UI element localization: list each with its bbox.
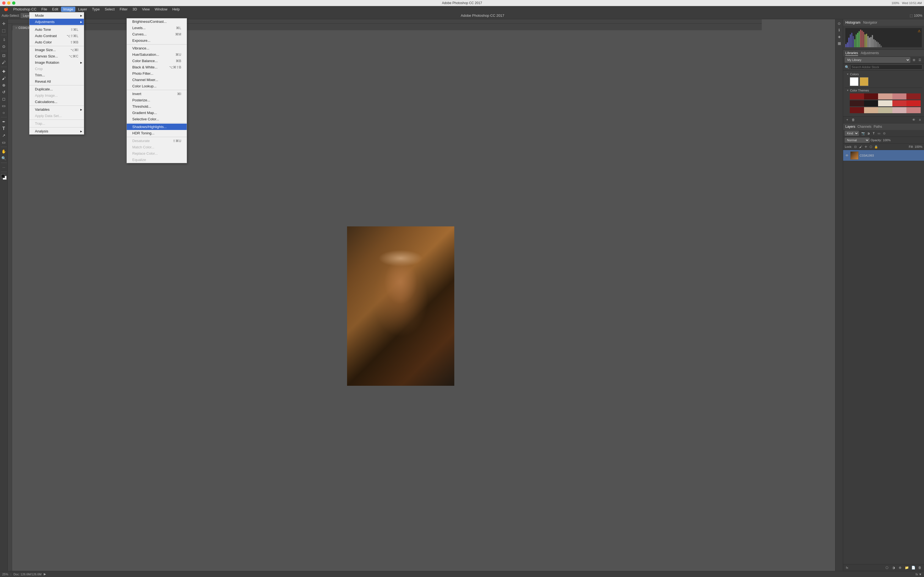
brightness-contrast-label: Brightness/Contrast... — [132, 19, 166, 24]
menu-canvas-size[interactable]: Canvas Size... ⌥⌘C — [29, 53, 84, 60]
menu-file[interactable]: File — [39, 6, 50, 12]
adj-hdr-toning[interactable]: HDR Toning... — [127, 130, 187, 136]
adj-color-balance[interactable]: Color Balance... ⌘B — [127, 58, 187, 64]
tab-close-icon[interactable]: ✕ — [15, 26, 17, 29]
adj-brightness-contrast[interactable]: Brightness/Contrast... — [127, 18, 187, 25]
eraser-tool[interactable]: ◻ — [0, 96, 7, 102]
menu-image[interactable]: Image — [61, 6, 75, 12]
menu-auto-contrast[interactable]: Auto Contrast ⌥⇧⌘L — [29, 33, 84, 39]
zoom-tool[interactable]: 🔍 — [0, 155, 7, 161]
menu-image-rotation[interactable]: Image Rotation — [29, 60, 84, 66]
mode-label: Mode — [35, 13, 44, 18]
menu-auto-tone[interactable]: Auto Tone ⇧⌘L — [29, 26, 84, 33]
tool-separator-2 — [1, 51, 7, 51]
image-sep-1 — [29, 26, 84, 26]
adj-shadows-highlights[interactable]: Shadows/Highlights... — [127, 124, 187, 130]
crop-tool[interactable]: ⊡ — [0, 52, 7, 59]
dodge-tool[interactable]: ○ — [0, 110, 7, 116]
menu-trap: Trap... — [29, 120, 84, 127]
adj-vibrance[interactable]: Vibrance... — [127, 45, 187, 52]
menu-crop[interactable]: Crop — [29, 66, 84, 72]
menu-reveal-all[interactable]: Reveal All — [29, 78, 84, 85]
color-balance-label: Color Balance... — [132, 59, 158, 63]
selection-tool[interactable]: ⬚ — [0, 27, 7, 34]
duplicate-label: Duplicate... — [35, 87, 53, 91]
healing-tool[interactable]: ✚ — [0, 68, 7, 75]
menu-image-size[interactable]: Image Size... ⌥⌘I — [29, 47, 84, 53]
color-swatch-container — [1, 174, 6, 180]
menu-duplicate[interactable]: Duplicate... — [29, 86, 84, 92]
adj-curves[interactable]: Curves... ⌘M — [127, 31, 187, 37]
apple-menu[interactable]: 🍎 — [2, 6, 10, 12]
adj-channel-mixer[interactable]: Channel Mixer... — [127, 77, 187, 83]
adj-hue-saturation[interactable]: Hue/Saturation... ⌘U — [127, 52, 187, 58]
threshold-label: Threshold... — [132, 105, 151, 108]
variables-label: Variables — [35, 108, 50, 111]
image-sep-4 — [29, 105, 84, 106]
type-tool[interactable]: T — [0, 125, 7, 132]
adj-invert[interactable]: Invert ⌘I — [127, 91, 187, 97]
app-menu[interactable]: Photoshop CC — [11, 6, 39, 12]
image-size-shortcut: ⌥⌘I — [70, 48, 78, 52]
eyedropper-tool[interactable]: 🖋 — [0, 59, 7, 66]
adj-color-lookup[interactable]: Color Lookup... — [127, 83, 187, 89]
menu-help[interactable]: Help — [170, 6, 182, 12]
adj-gradient-map[interactable]: Gradient Map... — [127, 110, 187, 116]
menu-adjustments[interactable]: Adjustments — [29, 19, 84, 25]
history-brush[interactable]: ↺ — [0, 89, 7, 95]
photo-filter-label: Photo Filter... — [132, 71, 153, 76]
desaturate-label: Desaturate — [132, 139, 150, 143]
menu-filter[interactable]: Filter — [118, 6, 130, 12]
adj-black-white[interactable]: Black & White... ⌥⌘⇧B — [127, 64, 187, 70]
app-center-label: Adobe Photoshop CC 2017 — [57, 13, 462, 18]
close-button[interactable] — [2, 2, 5, 5]
menu-trim[interactable]: Trim... — [29, 72, 84, 78]
extra-tools[interactable]: ⋯ — [0, 164, 7, 171]
clone-tool[interactable]: ⊕ — [0, 82, 7, 89]
tool-separator-3 — [1, 67, 7, 67]
adj-levels[interactable]: Levels... ⌘L — [127, 25, 187, 31]
quick-select-tool[interactable]: ⊙ — [0, 43, 7, 50]
adj-posterize[interactable]: Posterize... — [127, 97, 187, 103]
brush-tool[interactable]: 🖌 — [0, 75, 7, 82]
color-balance-shortcut: ⌘B — [176, 59, 181, 63]
adj-desaturate: Desaturate ⇧⌘U — [127, 138, 187, 144]
menu-auto-color[interactable]: Auto Color ⇧⌘B — [29, 39, 84, 45]
menu-window[interactable]: Window — [152, 6, 170, 12]
adj-threshold[interactable]: Threshold... — [127, 103, 187, 110]
path-tool[interactable]: ↗ — [0, 132, 7, 139]
adj-photo-filter[interactable]: Photo Filter... — [127, 70, 187, 77]
menu-variables[interactable]: Variables — [29, 106, 84, 113]
canvas-size-label: Canvas Size... — [35, 54, 58, 58]
minimize-button[interactable] — [7, 2, 10, 5]
invert-shortcut: ⌘I — [177, 92, 181, 96]
image-sep-3 — [29, 85, 84, 85]
pen-tool[interactable]: ✒ — [0, 118, 7, 125]
ruler-vertical — [8, 24, 12, 288]
menu-3d[interactable]: 3D — [130, 6, 139, 12]
curves-shortcut: ⌘M — [175, 32, 181, 36]
lasso-tool[interactable]: 𝓵 — [0, 36, 7, 43]
shape-tool[interactable]: ▭ — [0, 139, 7, 146]
menu-calculations[interactable]: Calculations... — [29, 98, 84, 105]
apply-data-set-label: Apply Data Set... — [35, 114, 62, 118]
menu-mode[interactable]: Mode — [29, 12, 84, 19]
menu-view[interactable]: View — [140, 6, 152, 12]
face-overlay — [347, 226, 454, 288]
foreground-color[interactable] — [1, 174, 5, 178]
posterize-label: Posterize... — [132, 98, 150, 102]
adj-selective-color[interactable]: Selective Color... — [127, 116, 187, 122]
adj-replace-color: Replace Color... — [127, 150, 187, 156]
hand-tool[interactable]: ✋ — [0, 148, 7, 155]
menu-analysis[interactable]: Analysis — [29, 128, 84, 134]
window-controls — [2, 2, 15, 5]
menu-type[interactable]: Type — [90, 6, 102, 12]
menu-edit[interactable]: Edit — [50, 6, 60, 12]
exposure-label: Exposure... — [132, 39, 150, 43]
menu-layer[interactable]: Layer — [76, 6, 89, 12]
gradient-tool[interactable]: ▭ — [0, 103, 7, 109]
maximize-button[interactable] — [12, 2, 15, 5]
adj-exposure[interactable]: Exposure... — [127, 37, 187, 44]
move-tool[interactable]: ✛ — [0, 20, 7, 27]
menu-select[interactable]: Select — [103, 6, 117, 12]
